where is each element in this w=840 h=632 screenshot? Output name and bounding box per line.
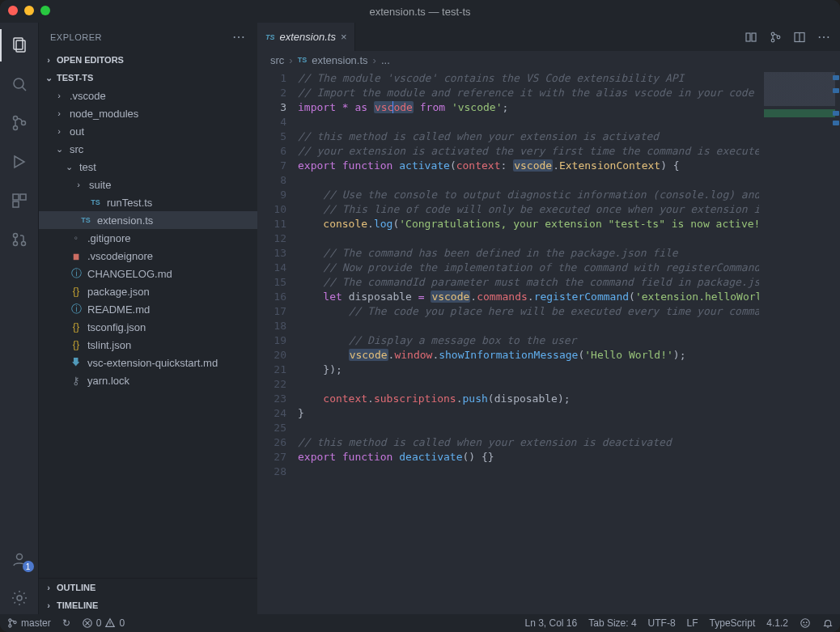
section-timeline[interactable]: › TIMELINE <box>39 596 257 614</box>
chevron-icon: ⌄ <box>63 162 74 172</box>
line-gutter: 1234567891011121314151617181920212223242… <box>257 69 298 614</box>
status-ts-version[interactable]: 4.1.2 <box>766 617 788 629</box>
tree-item-label: .gitignore <box>87 232 130 244</box>
tree-file[interactable]: {}package.json <box>39 282 257 300</box>
status-cursor[interactable]: Ln 3, Col 16 <box>524 617 577 629</box>
section-folder[interactable]: ⌄ TEST-TS <box>39 69 257 87</box>
tree-item-label: extension.ts <box>97 214 153 227</box>
tree-file[interactable]: TSrunTest.ts <box>39 193 257 211</box>
tree-folder[interactable]: ⌄src <box>39 140 257 158</box>
svg-rect-9 <box>20 194 26 200</box>
sidebar-explorer: EXPLORER ⋯ › OPEN EDITORS ⌄ TEST-TS ›.vs… <box>39 23 257 614</box>
svg-point-13 <box>21 242 25 246</box>
lock-icon: ⚷ <box>70 375 83 387</box>
status-errors-count: 0 <box>96 617 102 629</box>
tree-item-label: suite <box>89 179 111 191</box>
svg-point-11 <box>13 234 17 238</box>
code-editor[interactable]: 1234567891011121314151617181920212223242… <box>257 69 840 614</box>
activity-github-pr[interactable] <box>0 223 39 256</box>
editor-more-icon[interactable]: ⋯ <box>817 29 830 45</box>
tab-bar: TS extension.ts × ⋯ <box>257 23 840 51</box>
typescript-icon: TS <box>265 33 275 41</box>
status-encoding[interactable]: UTF-8 <box>648 617 676 629</box>
svg-point-24 <box>9 625 11 627</box>
tree-file[interactable]: ⚷yarn.lock <box>39 371 257 389</box>
accounts-badge: 1 <box>23 561 34 572</box>
chevron-down-icon: ⌄ <box>42 73 55 83</box>
typescript-icon: TS <box>89 198 102 206</box>
section-outline[interactable]: › OUTLINE <box>39 579 257 596</box>
tree-folder[interactable]: ⌄test <box>39 158 257 176</box>
status-eol[interactable]: LF <box>687 617 698 629</box>
compare-changes-icon[interactable] <box>745 31 757 44</box>
tree-file[interactable]: TSextension.ts <box>39 211 257 229</box>
activity-settings[interactable] <box>0 582 39 614</box>
minimize-window-button[interactable] <box>24 6 34 15</box>
svg-point-30 <box>801 619 810 628</box>
svg-point-18 <box>771 32 774 36</box>
breadcrumb[interactable]: src › TS extension.ts › ... <box>257 51 840 69</box>
tab-extension-ts[interactable]: TS extension.ts × <box>257 23 355 51</box>
sidebar-more-icon[interactable]: ⋯ <box>232 29 246 45</box>
svg-rect-10 <box>13 201 19 207</box>
file-tree[interactable]: ›.vscode›node_modules›out⌄src⌄test›suite… <box>39 87 257 578</box>
status-branch[interactable]: master <box>6 617 51 629</box>
activity-bar: 1 <box>0 23 39 614</box>
tree-file[interactable]: ▆.vscodeignore <box>39 247 257 265</box>
maximize-window-button[interactable] <box>40 6 50 15</box>
tree-file[interactable]: 🡇vsc-extension-quickstart.md <box>39 354 257 371</box>
tree-file[interactable]: ◦.gitignore <box>39 229 257 247</box>
markdown-icon: 🡇 <box>70 357 83 368</box>
activity-search[interactable] <box>0 68 39 100</box>
activity-accounts[interactable]: 1 <box>0 543 39 575</box>
status-language[interactable]: TypeScript <box>710 617 756 629</box>
status-tabsize[interactable]: Tab Size: 4 <box>588 617 636 629</box>
tree-folder[interactable]: ›.vscode <box>39 87 257 104</box>
breadcrumb-item[interactable]: ... <box>381 54 390 66</box>
activity-run-debug[interactable] <box>0 146 39 178</box>
code-content[interactable]: // The module 'vscode' contains the VS C… <box>298 69 759 614</box>
chevron-icon: ⌄ <box>53 144 65 155</box>
tree-file[interactable]: {}tslint.json <box>39 336 257 354</box>
typescript-icon: TS <box>298 56 308 64</box>
status-feedback-icon[interactable] <box>800 617 811 629</box>
svg-point-14 <box>16 554 22 560</box>
tree-folder[interactable]: ›out <box>39 122 257 140</box>
svg-point-5 <box>13 126 17 130</box>
breadcrumb-item[interactable]: extension.ts <box>312 54 367 66</box>
chevron-icon: › <box>53 91 65 100</box>
status-encoding-label: UTF-8 <box>648 617 676 629</box>
tree-file[interactable]: ⓘCHANGELOG.md <box>39 265 257 282</box>
activity-extensions[interactable] <box>0 185 39 217</box>
svg-point-4 <box>13 117 17 121</box>
tree-item-label: node_modules <box>70 108 138 120</box>
tree-file[interactable]: {}tsconfig.json <box>39 318 257 336</box>
status-bell-icon[interactable] <box>822 617 834 629</box>
tree-item-label: runTest.ts <box>107 197 152 209</box>
tree-item-label: vsc-extension-quickstart.md <box>87 357 218 369</box>
sync-icon: ↻ <box>62 617 70 629</box>
status-warnings-count: 0 <box>119 617 125 629</box>
section-open-editors[interactable]: › OPEN EDITORS <box>39 51 257 69</box>
split-editor-icon[interactable] <box>793 31 806 44</box>
window-title: extension.ts — test-ts <box>370 6 471 18</box>
tree-folder[interactable]: ›suite <box>39 176 257 193</box>
tree-folder[interactable]: ›node_modules <box>39 104 257 122</box>
close-window-button[interactable] <box>8 6 18 15</box>
status-sync[interactable]: ↻ <box>62 617 70 629</box>
chevron-right-icon: › <box>289 54 292 66</box>
breadcrumb-item[interactable]: src <box>270 54 284 66</box>
titlebar: extension.ts — test-ts <box>0 0 840 23</box>
activity-explorer[interactable] <box>0 29 39 62</box>
status-language-label: TypeScript <box>710 617 756 629</box>
status-problems[interactable]: 0 0 <box>82 617 125 629</box>
minimap[interactable] <box>759 69 840 614</box>
tab-close-icon[interactable]: × <box>341 31 347 43</box>
svg-rect-17 <box>752 33 756 41</box>
open-changes-icon[interactable] <box>769 31 782 44</box>
tree-item-label: CHANGELOG.md <box>87 268 172 280</box>
chevron-icon: › <box>53 126 65 136</box>
svg-rect-0 <box>14 38 23 49</box>
tree-file[interactable]: ⓘREADME.md <box>39 300 257 318</box>
activity-source-control[interactable] <box>0 107 39 139</box>
